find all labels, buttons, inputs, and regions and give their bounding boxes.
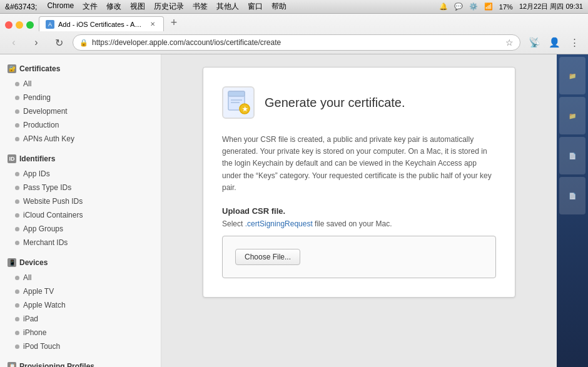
svg-rect-1 [228, 91, 245, 96]
menu-view[interactable]: 视图 [130, 1, 145, 12]
browser-chrome: A Add - iOS Certificates - Apple ✕ + ‹ ›… [0, 14, 588, 54]
sidebar-dot [15, 241, 19, 245]
notification-icon: 🔔 [439, 3, 448, 11]
card-title: Generate your certificate. [265, 96, 405, 110]
menu-help[interactable]: 帮助 [271, 1, 286, 12]
sidebar-item-app-groups[interactable]: App Groups [0, 222, 161, 236]
bookmark-icon[interactable]: ☆ [505, 38, 514, 48]
sidebar-item-ipod-touch[interactable]: iPod Touch [0, 339, 161, 353]
upload-section-title: Upload CSR file. [222, 206, 496, 216]
tab-close-button[interactable]: ✕ [148, 20, 157, 29]
sidebar-item-pass-type-ids[interactable]: Pass Type IDs [0, 181, 161, 194]
sidebar-item-pending[interactable]: Pending [0, 91, 161, 104]
sidebar-label: App Groups [23, 224, 63, 233]
sidebar-item-development-cert[interactable]: Development [0, 104, 161, 118]
reload-button[interactable]: ↻ [50, 34, 68, 51]
menu-chrome[interactable]: Chrome [47, 1, 74, 12]
sidebar-label: App IDs [23, 169, 50, 178]
certificates-section-label: Certificates [19, 64, 60, 73]
certificate-icon: ★ [222, 86, 255, 119]
maximize-window-button[interactable] [26, 21, 34, 29]
tab-title: Add - iOS Certificates - Apple [58, 21, 144, 28]
upload-subtitle-highlight: .certSigningRequest [245, 219, 313, 228]
sidebar-label: iPhone [23, 328, 46, 337]
menu-edit[interactable]: 修改 [106, 1, 121, 12]
toolbar-right: 📡 👤 ⋮ [525, 34, 583, 51]
sidebar-item-apple-watch[interactable]: Apple Watch [0, 298, 161, 312]
sidebar-dot [15, 227, 19, 231]
sidebar-item-app-ids[interactable]: App IDs [0, 167, 161, 181]
sidebar-item-all-devices[interactable]: All [0, 271, 161, 284]
upload-subtitle-prefix: Select [222, 219, 245, 228]
sidebar-dot [15, 331, 19, 335]
sidebar-dot [15, 96, 19, 100]
menu-button[interactable]: ⋮ [565, 34, 583, 51]
choose-file-button[interactable]: Choose File... [235, 249, 300, 265]
sidebar-label: All [23, 79, 31, 88]
upload-subtitle-suffix: file saved on your Mac. [313, 219, 392, 228]
sidebar-item-merchant-ids[interactable]: Merchant IDs [0, 236, 161, 249]
profile-button[interactable]: 👤 [545, 34, 563, 51]
close-window-button[interactable] [5, 21, 13, 29]
desktop-widget-1: 📁 [559, 57, 585, 94]
sidebar-dot [15, 199, 19, 204]
sidebar-item-all-certs[interactable]: All [0, 77, 161, 91]
menu-file[interactable]: 文件 [83, 1, 98, 12]
lock-icon: 🔒 [79, 39, 88, 47]
upload-box: Choose File... [222, 236, 496, 278]
sidebar-item-website-push-ids[interactable]: Website Push IDs [0, 194, 161, 208]
menu-bookmarks[interactable]: 书签 [193, 1, 208, 12]
menu-bar: &#63743; Chrome 文件 修改 视图 历史记录 书签 其他人 窗口 … [0, 0, 588, 14]
devices-section-label: Devices [19, 258, 48, 267]
sidebar-dot [15, 289, 19, 294]
content-card: ★ Generate your certificate. When your C… [203, 67, 515, 298]
menu-window[interactable]: 窗口 [248, 1, 263, 12]
profiles-icon: 📋 [8, 362, 16, 367]
sidebar-dot [15, 137, 19, 141]
sidebar-item-production[interactable]: Production [0, 118, 161, 132]
sidebar-dot [15, 344, 19, 349]
identifiers-section-label: Identifiers [19, 154, 55, 163]
sidebar-label: Merchant IDs [23, 238, 68, 247]
sidebar-dot [15, 303, 19, 308]
cast-button[interactable]: 📡 [525, 34, 543, 51]
sidebar-dot [15, 213, 19, 218]
address-bar[interactable]: 🔒 https://developer.apple.com/account/io… [73, 34, 520, 51]
identifiers-icon: ID [8, 154, 16, 163]
minimize-window-button[interactable] [16, 21, 23, 29]
menu-people[interactable]: 其他人 [216, 1, 239, 12]
new-tab-button[interactable]: + [166, 15, 181, 30]
menu-bar-items: Chrome 文件 修改 视图 历史记录 书签 其他人 窗口 帮助 [47, 1, 286, 12]
menu-history[interactable]: 历史记录 [154, 1, 184, 12]
sidebar-label: Website Push IDs [23, 197, 83, 206]
forward-button[interactable]: › [28, 34, 45, 51]
sidebar-dot [15, 317, 19, 321]
sidebar: 🔐 Certificates All Pending Development P… [0, 54, 161, 367]
back-button[interactable]: ‹ [5, 34, 23, 51]
desktop-widget-2: 📁 [559, 97, 585, 134]
datetime-text: 12月22日 周四 09:31 [519, 2, 583, 11]
sidebar-item-apple-tv[interactable]: Apple TV [0, 284, 161, 298]
profiles-section-label: Provisioning Profiles [19, 362, 94, 367]
sidebar-label: Apple Watch [23, 301, 66, 309]
sidebar-label: iPod Touch [23, 342, 60, 351]
sidebar-item-ipad[interactable]: iPad [0, 312, 161, 326]
sidebar-item-icloud-containers[interactable]: iCloud Containers [0, 208, 161, 222]
sidebar-dot [15, 186, 19, 190]
browser-toolbar: ‹ › ↻ 🔒 https://developer.apple.com/acco… [0, 31, 588, 54]
sidebar-item-apns-auth[interactable]: APNs Auth Key [0, 132, 161, 146]
apple-menu[interactable]: &#63743; [5, 3, 37, 11]
upload-section-subtitle: Select .certSigningRequest file saved on… [222, 219, 496, 228]
browser-tab[interactable]: A Add - iOS Certificates - Apple ✕ [39, 16, 164, 31]
sidebar-label: All [23, 273, 31, 282]
sidebar-dot [15, 109, 19, 114]
address-text: https://developer.apple.com/account/ios/… [92, 38, 502, 47]
desktop-widget-4: 📄 [559, 177, 585, 214]
sidebar-section-certificates: 🔐 Certificates [0, 61, 161, 77]
sidebar-dot [15, 82, 19, 86]
content-area: ★ Generate your certificate. When your C… [161, 54, 557, 367]
tab-favicon: A [46, 20, 54, 29]
sidebar-label: Pending [23, 93, 51, 102]
sidebar-item-iphone[interactable]: iPhone [0, 326, 161, 339]
sidebar-label: Pass Type IDs [23, 183, 71, 192]
